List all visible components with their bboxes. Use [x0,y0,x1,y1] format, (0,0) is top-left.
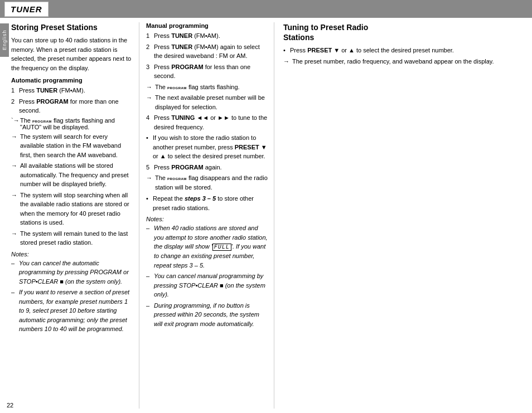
manual-arrow-1: The program flag starts flashing. [146,82,268,92]
col-middle: Manual programming 1 Press TUNER (FM•AM)… [146,22,274,409]
auto-arrow-5: The system will remain tuned to the last… [11,229,133,247]
auto-arrow-1: The program flag starts flashing and "AU… [11,117,133,130]
content-area: Storing Preset Stations You can store up… [0,18,532,413]
manual-steps: 1 Press TUNER (FM•AM). 2 Press TUNER (FM… [146,31,268,81]
manual-note-1: When 40 radio stations are stored and yo… [146,223,268,270]
manual-step5-list: 5 Press PROGRAM again. [146,163,268,172]
manual-step-3: 3 Press PROGRAM for less than one second… [146,62,268,81]
auto-arrow-4: The system will stop searching when all … [11,191,133,227]
manual-arrow-3: The program flag disappears and the radi… [146,173,268,192]
header-bar: TUNER [0,0,532,18]
language-label: English [0,23,9,57]
manual-step-1: 1 Press TUNER (FM•AM). [146,31,268,41]
tuning-bullet: Press PRESET ▼ or ▲ to select the desire… [283,46,525,55]
auto-step-2: 2 Press PROGRAM for more than one second… [11,97,133,115]
auto-notes-label: Notes: [11,251,133,257]
manual-note-2: You can cancel manual programming by pre… [146,271,268,299]
tuning-arrow-1: The preset number, radio frequency, and … [283,57,525,66]
page-title: TUNER [4,2,49,17]
storing-intro: You can store up to 40 radio stations in… [11,36,133,72]
auto-prog-title: Automatic programming [11,77,133,84]
page-number: 22 [7,402,13,409]
manual-step4-bullet: If you wish to store the radio station t… [146,133,268,161]
manual-repeat-bullet: Repeat the steps 3 – 5 to store other pr… [146,194,268,212]
col-right: Tuning to Preset RadioStations Press PRE… [281,22,525,409]
auto-note-1: You can cancel the automatic programming… [11,259,133,286]
manual-notes: Notes: When 40 radio stations are stored… [146,216,268,328]
manual-notes-label: Notes: [146,216,268,222]
manual-step-4: 4 Press TUNING ◄◄ or ►► to tune to the d… [146,113,268,132]
col-left: Storing Preset Stations You can store up… [11,22,139,409]
auto-note-2: If you want to reserve a section of pres… [11,288,133,334]
manual-step-2: 2 Press TUNER (FM•AM) again to select th… [146,42,268,61]
manual-note-3: During programming, if no button is pres… [146,301,268,329]
storing-title: Storing Preset Stations [11,22,133,32]
auto-steps: 1 Press TUNER (FM•AM). 2 Press PROGRAM f… [11,86,133,115]
manual-step-5: 5 Press PROGRAM again. [146,163,268,172]
manual-prog-title: Manual programming [146,22,268,29]
page: TUNER English Storing Preset Stations Yo… [0,0,532,413]
tuning-title: Tuning to Preset RadioStations [283,22,525,42]
auto-arrow-3: All available stations will be stored au… [11,161,133,189]
auto-arrow-2: The system will search for every availab… [11,132,133,160]
manual-step4-list: 4 Press TUNING ◄◄ or ►► to tune to the d… [146,113,268,132]
auto-step-1: 1 Press TUNER (FM•AM). [11,86,133,95]
manual-arrow-2: The next available preset number will be… [146,93,268,111]
auto-notes: Notes: You can cancel the automatic prog… [11,251,133,334]
